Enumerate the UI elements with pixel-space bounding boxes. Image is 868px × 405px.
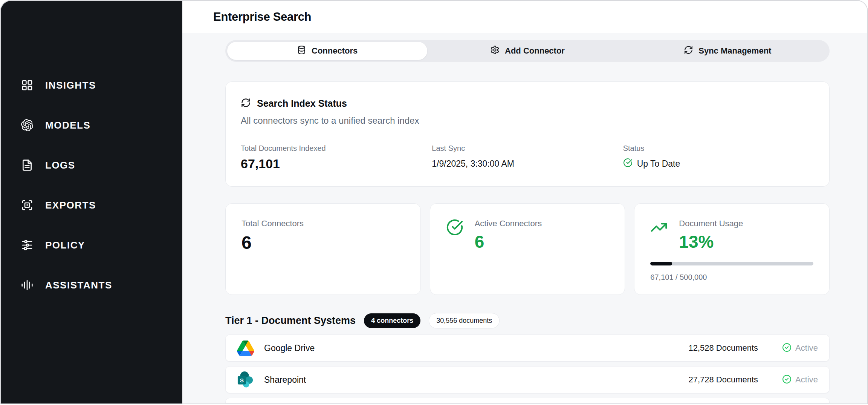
tab-label: Connectors [312, 46, 358, 56]
sidebar-item-logs[interactable]: LOGS [19, 156, 182, 174]
refresh-icon [241, 98, 251, 109]
file-text-icon [19, 157, 35, 173]
stat-cards: Total Connectors 6 Active Connectors 6 [225, 203, 830, 295]
connectors-count-badge: 4 connectors [364, 313, 420, 328]
scan-box-icon [19, 197, 35, 213]
sidebar-item-label: POLICY [45, 239, 85, 251]
field-total-documents: Total Documents Indexed 67,101 [241, 144, 432, 171]
tab-label: Sync Management [698, 46, 771, 56]
connector-status: Active [782, 343, 818, 354]
section-title: Tier 1 - Document Systems [225, 315, 356, 327]
status-badge: Up To Date [637, 159, 680, 169]
page-header: Enterprise Search [182, 1, 867, 33]
sidebar: INSIGHTS MODELS LOGS EXPORTS POLICY [1, 1, 182, 403]
grid-icon [19, 77, 35, 94]
tier1-section-header: Tier 1 - Document Systems 4 connectors 3… [225, 313, 830, 328]
sliders-icon [19, 237, 35, 253]
usage-text: 67,101 / 500,000 [650, 273, 813, 282]
sidebar-item-label: INSIGHTS [45, 80, 96, 91]
check-circle-icon [782, 343, 792, 354]
field-value: 67,101 [241, 156, 432, 171]
sidebar-item-policy[interactable]: POLICY [19, 236, 182, 254]
database-icon [297, 45, 306, 57]
sidebar-item-assistants[interactable]: ASSISTANTS [19, 276, 182, 294]
stat-label: Active Connectors [475, 219, 542, 229]
search-index-status-card: Search Index Status All connectors sync … [225, 81, 830, 187]
tab-connectors[interactable]: Connectors [227, 42, 427, 60]
documents-count-badge: 30,556 documents [429, 313, 500, 328]
field-last-sync: Last Sync 1/9/2025, 3:30:00 AM [432, 144, 623, 171]
stat-value: 6 [475, 232, 542, 252]
field-label: Total Documents Indexed [241, 144, 432, 153]
usage-progress-bar [650, 262, 813, 265]
connector-status-text: Active [795, 375, 818, 385]
sidebar-item-models[interactable]: MODELS [19, 116, 182, 134]
sidebar-item-label: ASSISTANTS [45, 279, 112, 291]
stat-value: 13% [679, 232, 743, 252]
connector-list: Google Drive 12,528 Documents Active [225, 334, 830, 403]
check-circle-icon [782, 374, 792, 385]
svg-text:S: S [240, 377, 244, 384]
refresh-icon [684, 45, 693, 57]
field-label: Status [623, 144, 814, 153]
sidebar-item-insights[interactable]: INSIGHTS [19, 76, 182, 94]
page-title: Enterprise Search [213, 10, 311, 24]
tab-label: Add Connector [505, 46, 565, 56]
content-area: Connectors Add Connector Sync Management [182, 33, 867, 403]
trending-up-icon [650, 219, 668, 238]
stat-label: Document Usage [679, 219, 743, 229]
connector-doc-count: 12,528 Documents [688, 343, 758, 353]
connector-row-partial [225, 398, 830, 403]
tab-add-connector[interactable]: Add Connector [427, 42, 627, 60]
main-area: Enterprise Search Connectors [182, 1, 867, 403]
field-status: Status Up To Date [623, 144, 814, 171]
active-connectors-card: Active Connectors 6 [430, 203, 625, 295]
tab-bar: Connectors Add Connector Sync Management [225, 40, 830, 62]
stat-label: Total Connectors [241, 219, 405, 229]
usage-progress-fill [650, 262, 672, 265]
audio-lines-icon [19, 277, 35, 293]
google-drive-icon [237, 339, 254, 357]
card-title: Search Index Status [257, 98, 347, 109]
connector-doc-count: 27,728 Documents [688, 375, 758, 385]
connector-name: Google Drive [264, 343, 315, 353]
sharepoint-icon: S [237, 371, 254, 388]
field-value: 1/9/2025, 3:30:00 AM [432, 159, 623, 169]
gear-icon [490, 45, 500, 57]
connector-status: Active [782, 374, 818, 385]
openai-icon [19, 117, 35, 133]
field-label: Last Sync [432, 144, 623, 153]
document-usage-card: Document Usage 13% 67,101 / 500,000 [634, 203, 830, 295]
sidebar-item-label: LOGS [45, 160, 75, 171]
card-subtitle: All connectors sync to a unified search … [241, 115, 814, 126]
connector-status-text: Active [795, 343, 818, 353]
connector-name: Sharepoint [264, 375, 306, 385]
sidebar-item-exports[interactable]: EXPORTS [19, 196, 182, 214]
check-circle-icon [623, 158, 633, 170]
sidebar-item-label: MODELS [45, 120, 90, 131]
check-circle-icon [446, 219, 463, 238]
stat-value: 6 [241, 232, 405, 253]
connector-row-sharepoint[interactable]: S Sharepoint 27,728 Documents Active [225, 366, 830, 393]
total-connectors-card: Total Connectors 6 [225, 203, 421, 295]
tab-sync-management[interactable]: Sync Management [628, 42, 828, 60]
app-window: INSIGHTS MODELS LOGS EXPORTS POLICY [0, 0, 868, 404]
connector-row-google-drive[interactable]: Google Drive 12,528 Documents Active [225, 334, 830, 362]
sidebar-item-label: EXPORTS [45, 199, 96, 211]
